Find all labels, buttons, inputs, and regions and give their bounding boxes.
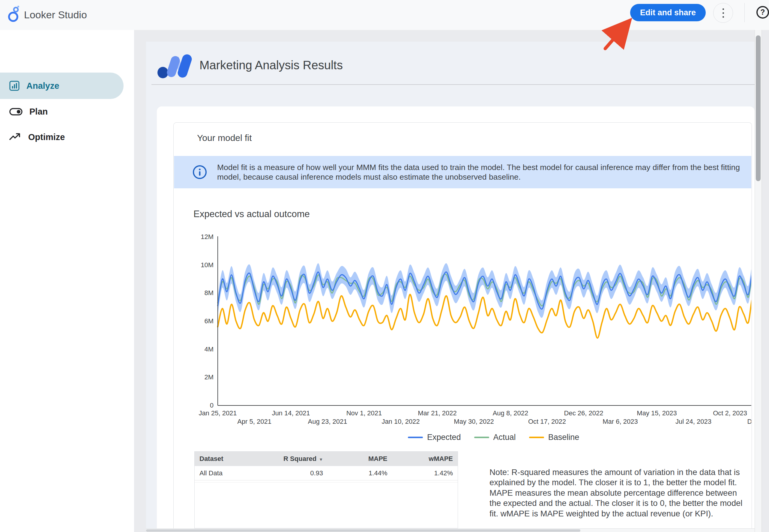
looker-logo-icon bbox=[6, 5, 22, 23]
table-header-row: DatasetR Squared▼MAPEwMAPE bbox=[195, 452, 458, 466]
sidebar-item-label: Plan bbox=[29, 107, 48, 117]
x-tick-label: Apr 5, 2021 bbox=[224, 418, 284, 426]
model-fit-table: DatasetR Squared▼MAPEwMAPE All Data0.931… bbox=[194, 451, 458, 528]
y-tick-label: 10M bbox=[180, 261, 214, 269]
looker-studio-window: Looker Studio Edit and share ? Analyze bbox=[0, 0, 769, 532]
sidebar-item-plan[interactable]: Plan bbox=[9, 103, 114, 121]
x-tick-label: Jan 25, 2021 bbox=[197, 409, 248, 417]
sidebar-item-analyze[interactable]: Analyze bbox=[9, 77, 114, 95]
y-tick-label: 12M bbox=[180, 233, 214, 241]
x-tick-label: Dec 26, 2022 bbox=[554, 409, 614, 417]
y-tick-label: 4M bbox=[180, 345, 214, 353]
model-fit-card-title: Your model fit bbox=[197, 133, 252, 143]
bar-chart-icon bbox=[9, 80, 20, 91]
sidebar-item-optimize[interactable]: Optimize bbox=[9, 128, 114, 146]
legend-label: Actual bbox=[493, 433, 516, 442]
trending-up-icon bbox=[9, 132, 22, 142]
info-banner-text: Model fit is a measure of how well your … bbox=[217, 163, 744, 182]
sidebar-item-label: Optimize bbox=[28, 132, 65, 142]
legend-item-baseline[interactable]: Baseline bbox=[529, 433, 579, 442]
more-options-button[interactable] bbox=[713, 3, 733, 23]
model-fit-chart bbox=[197, 231, 751, 411]
sort-descending-icon: ▼ bbox=[319, 457, 323, 462]
column-header-r-squared[interactable]: R Squared▼ bbox=[263, 455, 328, 463]
legend-swatch bbox=[474, 437, 489, 438]
metrics-note: Note: R-squared measures the amount of v… bbox=[489, 467, 749, 519]
left-navigation: Analyze Plan Optimize ‹ bbox=[0, 30, 134, 532]
y-tick-label: 6M bbox=[180, 317, 214, 325]
report-title: Marketing Analysis Results bbox=[199, 58, 343, 72]
y-tick-label: 8M bbox=[180, 289, 214, 297]
x-axis-labels: Jan 25, 2021Apr 5, 2021Jun 14, 2021Aug 2… bbox=[197, 408, 751, 433]
legend-swatch bbox=[529, 437, 544, 438]
app-title: Looker Studio bbox=[24, 9, 87, 21]
table-cell: 0.93 bbox=[263, 469, 328, 477]
svg-text:?: ? bbox=[760, 8, 765, 16]
table-cell: All Data bbox=[195, 469, 263, 477]
table-body: All Data0.931.44%1.42% bbox=[195, 466, 458, 480]
x-tick-label: Nov 1, 2021 bbox=[334, 409, 394, 417]
x-tick-label: Jul 24, 2023 bbox=[663, 418, 723, 426]
x-tick-label: Aug 23, 2021 bbox=[298, 418, 358, 426]
top-app-bar: Looker Studio Edit and share ? bbox=[0, 0, 769, 30]
legend-swatch bbox=[408, 437, 423, 438]
time-series-plot bbox=[197, 231, 751, 411]
vertical-ellipsis-icon bbox=[723, 8, 724, 10]
chart-title: Expected vs actual outcome bbox=[193, 209, 310, 220]
legend-label: Expected bbox=[427, 433, 461, 442]
meridian-logo bbox=[157, 54, 197, 81]
x-tick-label: Aug 8, 2022 bbox=[480, 409, 540, 417]
x-tick-label: May 15, 2023 bbox=[627, 409, 687, 417]
header-divider bbox=[744, 3, 745, 22]
column-header-dataset[interactable]: Dataset bbox=[195, 455, 263, 463]
chart-legend: ExpectedActualBaseline bbox=[408, 432, 642, 443]
x-tick-label: Mar 21, 2022 bbox=[407, 409, 467, 417]
toggle-icon bbox=[9, 106, 23, 117]
y-tick-label: 2M bbox=[180, 373, 214, 381]
title-divider bbox=[151, 84, 755, 85]
x-tick-label: Dec 11, 2023 bbox=[737, 418, 751, 426]
legend-item-expected[interactable]: Expected bbox=[408, 433, 461, 442]
table-row: All Data0.931.44%1.42% bbox=[195, 466, 458, 480]
horizontal-scrollbar-thumb[interactable] bbox=[146, 529, 580, 532]
x-tick-label: Jan 10, 2022 bbox=[371, 418, 431, 426]
table-cell: 1.42% bbox=[392, 469, 458, 477]
vertical-scrollbar-thumb[interactable] bbox=[756, 35, 761, 181]
x-tick-label: Jun 14, 2021 bbox=[261, 409, 321, 417]
info-banner: Model fit is a measure of how well your … bbox=[174, 156, 751, 188]
help-button[interactable]: ? bbox=[755, 4, 769, 20]
info-icon bbox=[192, 164, 208, 180]
legend-item-actual[interactable]: Actual bbox=[474, 433, 516, 442]
column-header-mape[interactable]: MAPE bbox=[328, 455, 392, 463]
x-tick-label: Oct 17, 2022 bbox=[517, 418, 577, 426]
legend-label: Baseline bbox=[548, 433, 579, 442]
x-tick-label: Mar 6, 2023 bbox=[590, 418, 650, 426]
column-header-wmape[interactable]: wMAPE bbox=[392, 455, 458, 463]
sidebar-item-label: Analyze bbox=[26, 81, 59, 91]
x-tick-label: Oct 2, 2023 bbox=[700, 409, 751, 417]
red-arrow-annotation bbox=[588, 12, 651, 57]
x-tick-label: May 30, 2022 bbox=[444, 418, 504, 426]
table-row-divider bbox=[195, 480, 458, 483]
question-mark-icon: ? bbox=[756, 5, 769, 19]
table-cell: 1.44% bbox=[328, 469, 392, 477]
